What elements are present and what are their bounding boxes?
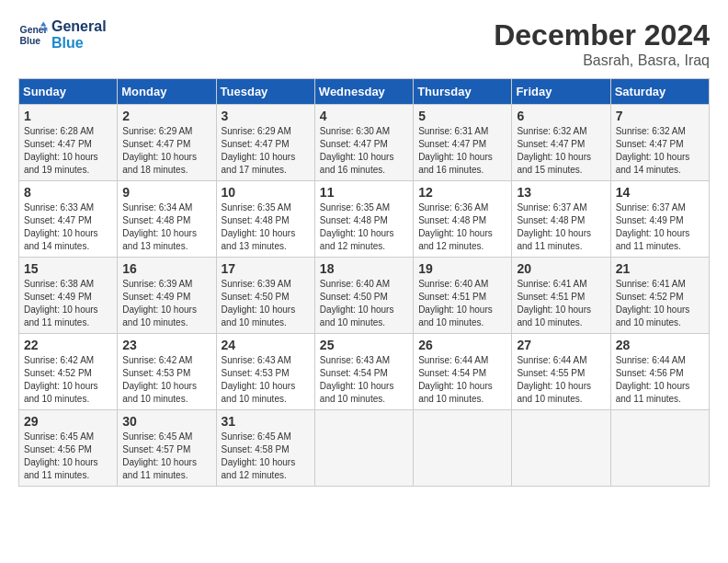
day-info: Sunrise: 6:34 AMSunset: 4:48 PMDaylight:… <box>122 202 197 251</box>
day-cell: 8 Sunrise: 6:33 AMSunset: 4:47 PMDayligh… <box>19 181 118 258</box>
day-cell: 7 Sunrise: 6:32 AMSunset: 4:47 PMDayligh… <box>610 105 709 181</box>
day-cell: 28 Sunrise: 6:44 AMSunset: 4:56 PMDaylig… <box>610 334 709 410</box>
day-number: 15 <box>24 261 112 276</box>
col-header-thursday: Thursday <box>414 79 512 105</box>
day-info: Sunrise: 6:39 AMSunset: 4:49 PMDaylight:… <box>122 279 197 327</box>
day-number: 20 <box>517 261 605 276</box>
day-number: 19 <box>418 261 506 276</box>
title-area: December 2024 Basrah, Basra, Iraq <box>494 18 710 69</box>
day-number: 1 <box>24 109 112 123</box>
week-row-3: 15 Sunrise: 6:38 AMSunset: 4:49 PMDaylig… <box>19 258 710 334</box>
day-number: 3 <box>222 109 310 123</box>
day-number: 16 <box>122 261 210 276</box>
day-info: Sunrise: 6:45 AMSunset: 4:56 PMDaylight:… <box>24 431 98 480</box>
day-info: Sunrise: 6:43 AMSunset: 4:54 PMDaylight:… <box>320 355 394 404</box>
day-cell: 22 Sunrise: 6:42 AMSunset: 4:52 PMDaylig… <box>19 334 118 410</box>
col-header-sunday: Sunday <box>19 79 118 105</box>
day-cell: 18 Sunrise: 6:40 AMSunset: 4:50 PMDaylig… <box>314 258 413 334</box>
day-cell: 24 Sunrise: 6:43 AMSunset: 4:53 PMDaylig… <box>216 334 314 410</box>
col-header-tuesday: Tuesday <box>216 79 314 105</box>
logo-blue: Blue <box>51 35 107 52</box>
day-number: 28 <box>616 338 704 352</box>
day-info: Sunrise: 6:37 AMSunset: 4:48 PMDaylight:… <box>517 202 591 251</box>
header-row: SundayMondayTuesdayWednesdayThursdayFrid… <box>19 79 710 105</box>
day-cell: 10 Sunrise: 6:35 AMSunset: 4:48 PMDaylig… <box>216 181 314 258</box>
day-info: Sunrise: 6:44 AMSunset: 4:55 PMDaylight:… <box>517 355 591 404</box>
day-number: 11 <box>320 185 408 200</box>
day-info: Sunrise: 6:40 AMSunset: 4:51 PMDaylight:… <box>418 279 493 327</box>
day-number: 30 <box>122 414 210 429</box>
day-number: 10 <box>222 185 310 200</box>
svg-marker-2 <box>40 21 46 26</box>
day-cell: 26 Sunrise: 6:44 AMSunset: 4:54 PMDaylig… <box>414 334 512 410</box>
day-cell: 11 Sunrise: 6:35 AMSunset: 4:48 PMDaylig… <box>314 181 413 258</box>
day-info: Sunrise: 6:43 AMSunset: 4:53 PMDaylight:… <box>222 355 296 404</box>
day-cell: 31 Sunrise: 6:45 AMSunset: 4:58 PMDaylig… <box>216 410 314 487</box>
col-header-saturday: Saturday <box>610 79 709 105</box>
day-info: Sunrise: 6:38 AMSunset: 4:49 PMDaylight:… <box>24 279 98 327</box>
day-cell: 1 Sunrise: 6:28 AMSunset: 4:47 PMDayligh… <box>19 105 118 181</box>
day-number: 31 <box>222 414 310 429</box>
day-info: Sunrise: 6:31 AMSunset: 4:47 PMDaylight:… <box>418 126 493 175</box>
day-number: 12 <box>418 185 506 200</box>
day-info: Sunrise: 6:29 AMSunset: 4:47 PMDaylight:… <box>222 126 296 175</box>
day-number: 18 <box>320 261 408 276</box>
day-info: Sunrise: 6:42 AMSunset: 4:52 PMDaylight:… <box>24 355 98 404</box>
day-info: Sunrise: 6:29 AMSunset: 4:47 PMDaylight:… <box>122 126 197 175</box>
day-info: Sunrise: 6:45 AMSunset: 4:57 PMDaylight:… <box>122 431 197 480</box>
day-number: 8 <box>24 185 112 200</box>
day-info: Sunrise: 6:45 AMSunset: 4:58 PMDaylight:… <box>222 431 296 480</box>
day-cell: 15 Sunrise: 6:38 AMSunset: 4:49 PMDaylig… <box>19 258 118 334</box>
day-info: Sunrise: 6:37 AMSunset: 4:49 PMDaylight:… <box>616 202 690 251</box>
day-info: Sunrise: 6:35 AMSunset: 4:48 PMDaylight:… <box>320 202 394 251</box>
page-header: General Blue General Blue December 2024 … <box>18 18 710 69</box>
day-cell: 2 Sunrise: 6:29 AMSunset: 4:47 PMDayligh… <box>118 105 216 181</box>
day-cell: 12 Sunrise: 6:36 AMSunset: 4:48 PMDaylig… <box>414 181 512 258</box>
col-header-friday: Friday <box>512 79 610 105</box>
day-cell: 5 Sunrise: 6:31 AMSunset: 4:47 PMDayligh… <box>414 105 512 181</box>
day-info: Sunrise: 6:41 AMSunset: 4:52 PMDaylight:… <box>616 279 690 327</box>
day-info: Sunrise: 6:44 AMSunset: 4:54 PMDaylight:… <box>418 355 493 404</box>
month-title: December 2024 <box>494 18 710 52</box>
day-number: 2 <box>122 109 210 123</box>
day-cell <box>414 410 512 487</box>
day-number: 22 <box>24 338 112 352</box>
day-number: 23 <box>122 338 210 352</box>
logo-icon: General Blue <box>18 20 48 50</box>
day-cell <box>314 410 413 487</box>
day-cell: 4 Sunrise: 6:30 AMSunset: 4:47 PMDayligh… <box>314 105 413 181</box>
day-info: Sunrise: 6:33 AMSunset: 4:47 PMDaylight:… <box>24 202 98 251</box>
day-cell: 17 Sunrise: 6:39 AMSunset: 4:50 PMDaylig… <box>216 258 314 334</box>
day-number: 17 <box>222 261 310 276</box>
day-cell: 30 Sunrise: 6:45 AMSunset: 4:57 PMDaylig… <box>118 410 216 487</box>
day-cell: 23 Sunrise: 6:42 AMSunset: 4:53 PMDaylig… <box>118 334 216 410</box>
location-title: Basrah, Basra, Iraq <box>494 52 710 69</box>
day-number: 7 <box>616 109 704 123</box>
day-cell: 9 Sunrise: 6:34 AMSunset: 4:48 PMDayligh… <box>118 181 216 258</box>
day-number: 24 <box>222 338 310 352</box>
day-cell: 3 Sunrise: 6:29 AMSunset: 4:47 PMDayligh… <box>216 105 314 181</box>
day-number: 4 <box>320 109 408 123</box>
day-info: Sunrise: 6:44 AMSunset: 4:56 PMDaylight:… <box>616 355 690 404</box>
week-row-5: 29 Sunrise: 6:45 AMSunset: 4:56 PMDaylig… <box>19 410 710 487</box>
day-info: Sunrise: 6:32 AMSunset: 4:47 PMDaylight:… <box>616 126 690 175</box>
day-cell <box>610 410 709 487</box>
day-number: 9 <box>122 185 210 200</box>
day-number: 29 <box>24 414 112 429</box>
day-cell: 21 Sunrise: 6:41 AMSunset: 4:52 PMDaylig… <box>610 258 709 334</box>
day-cell: 6 Sunrise: 6:32 AMSunset: 4:47 PMDayligh… <box>512 105 610 181</box>
day-cell: 16 Sunrise: 6:39 AMSunset: 4:49 PMDaylig… <box>118 258 216 334</box>
day-cell: 13 Sunrise: 6:37 AMSunset: 4:48 PMDaylig… <box>512 181 610 258</box>
day-info: Sunrise: 6:28 AMSunset: 4:47 PMDaylight:… <box>24 126 98 175</box>
day-info: Sunrise: 6:30 AMSunset: 4:47 PMDaylight:… <box>320 126 394 175</box>
day-number: 13 <box>517 185 605 200</box>
day-info: Sunrise: 6:35 AMSunset: 4:48 PMDaylight:… <box>222 202 296 251</box>
svg-text:Blue: Blue <box>20 35 41 45</box>
day-number: 14 <box>616 185 704 200</box>
week-row-1: 1 Sunrise: 6:28 AMSunset: 4:47 PMDayligh… <box>19 105 710 181</box>
col-header-wednesday: Wednesday <box>314 79 413 105</box>
logo-general: General <box>51 18 107 35</box>
day-number: 21 <box>616 261 704 276</box>
day-cell: 27 Sunrise: 6:44 AMSunset: 4:55 PMDaylig… <box>512 334 610 410</box>
calendar-table: SundayMondayTuesdayWednesdayThursdayFrid… <box>18 78 710 487</box>
